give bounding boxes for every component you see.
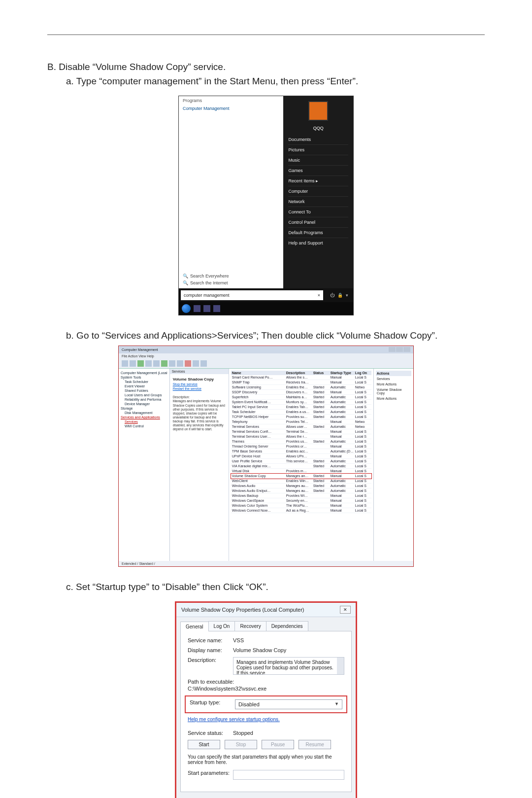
description-box[interactable]: Manages and implements Volume Shadow Cop… bbox=[233, 657, 344, 675]
step-b: b. Go to “Services and Applications>Serv… bbox=[66, 328, 485, 343]
value-path: C:\Windows\system32\vssvc.exe bbox=[188, 686, 344, 692]
actions-item[interactable]: Services bbox=[376, 376, 411, 382]
program-item[interactable]: Computer Management bbox=[183, 105, 279, 112]
table-row[interactable]: TelephonyProvides Tel…ManualNetwo bbox=[231, 419, 371, 424]
startmenu-link[interactable]: Computer bbox=[288, 186, 348, 196]
table-row[interactable]: SuperfetchMaintains a…StartedAutomaticLo… bbox=[231, 395, 371, 400]
table-row[interactable]: Virtual DiskProvides m…ManualLocal S bbox=[231, 469, 371, 474]
table-row[interactable]: Windows BackupProvides Wi…ManualLocal S bbox=[231, 493, 371, 498]
table-row[interactable]: Terminal ServicesAllows user…StartedAuto… bbox=[231, 424, 371, 429]
tree-node[interactable]: Storage bbox=[121, 406, 167, 411]
tree-node[interactable]: Event Viewer bbox=[121, 384, 167, 388]
close-icon[interactable]: ✕ bbox=[340, 606, 351, 614]
stop-button: Stop bbox=[225, 740, 257, 749]
power-icon[interactable]: ⏻ bbox=[330, 293, 334, 298]
start-params-input[interactable] bbox=[233, 770, 344, 780]
services-table-header[interactable]: NameDescription StatusStartup Type Log O… bbox=[231, 371, 371, 375]
startmenu-link[interactable]: Documents bbox=[288, 135, 348, 144]
table-row[interactable]: WebClientEnables Win…StartedAutomaticLoc… bbox=[231, 479, 371, 484]
window-buttons[interactable] bbox=[388, 347, 410, 352]
startup-type-select[interactable]: Disabled bbox=[235, 699, 342, 709]
label-startup-type: Startup type: bbox=[190, 699, 235, 705]
actions-item[interactable]: More Actions bbox=[376, 382, 411, 387]
nav-tree[interactable]: Computer Management (LocalSystem ToolsTa… bbox=[119, 369, 170, 561]
table-row[interactable]: User Profile ServiceThis service…Started… bbox=[231, 459, 371, 464]
tree-node[interactable]: Disk Management bbox=[121, 411, 167, 415]
tree-node[interactable]: Services and Applications bbox=[121, 415, 167, 419]
startmenu-link[interactable]: Help and Support bbox=[288, 238, 348, 248]
table-row[interactable]: ThemesProvides us…StartedAutomaticLocal … bbox=[231, 439, 371, 444]
table-row[interactable]: Windows Color SystemThe WcsPlu…ManualLoc… bbox=[231, 503, 371, 508]
startmenu-link[interactable]: Control Panel bbox=[288, 217, 348, 227]
table-row[interactable]: Windows CardSpaceSecurely en…ManualLocal… bbox=[231, 498, 371, 503]
hint-text: You can specify the start parameters tha… bbox=[188, 754, 344, 765]
table-row[interactable]: Smart Card Removal Po…Allows the s…Manua… bbox=[231, 375, 371, 380]
tree-node[interactable]: Task Scheduler bbox=[121, 380, 167, 384]
start-search-input[interactable]: computer management × bbox=[181, 290, 323, 300]
table-row[interactable]: Windows Connect Now…Act as a Reg…ManualL… bbox=[231, 508, 371, 513]
table-row[interactable]: Tablet PC Input ServiceEnables Tab…Start… bbox=[231, 405, 371, 410]
table-row[interactable]: TPM Base ServicesEnables acc…Automatic (… bbox=[231, 449, 371, 454]
toolbar[interactable] bbox=[119, 359, 413, 369]
tree-node[interactable]: Local Users and Groups bbox=[121, 393, 167, 397]
label-service-status: Service status: bbox=[188, 730, 233, 736]
step-c: c. Set “Startup type” to “Disable” then … bbox=[66, 580, 485, 594]
startmenu-link[interactable]: Connect To bbox=[288, 207, 348, 217]
clear-icon[interactable]: × bbox=[318, 293, 320, 298]
tree-node[interactable]: Device Manager bbox=[121, 402, 167, 406]
service-description: Manages and implements Volume Shadow Cop… bbox=[173, 399, 225, 431]
tree-node[interactable]: WMI Control bbox=[121, 424, 167, 428]
screenshot-start-menu: Programs Computer Management 🔍Search Eve… bbox=[178, 96, 354, 315]
start-orb[interactable] bbox=[182, 304, 191, 313]
table-row[interactable]: VIA Karaoke digital mix…StartedAutomatic… bbox=[231, 464, 371, 469]
start-button[interactable]: Start bbox=[188, 740, 220, 749]
tree-node[interactable]: System Tools bbox=[121, 375, 167, 380]
table-row[interactable]: Terminal Services Confi…Terminal Se…Manu… bbox=[231, 429, 371, 434]
table-row[interactable]: Windows Audio Endpoi…Manages au…StartedA… bbox=[231, 488, 371, 493]
menu-bar[interactable]: File Action View Help bbox=[119, 353, 413, 359]
tab-recovery[interactable]: Recovery bbox=[234, 621, 266, 631]
startmenu-link[interactable]: Pictures bbox=[288, 144, 348, 155]
table-row[interactable]: Terminal Services User…Allows the r…Manu… bbox=[231, 434, 371, 439]
help-link[interactable]: Help me configure service startup option… bbox=[188, 717, 280, 722]
tab-general[interactable]: General bbox=[180, 622, 209, 631]
startmenu-link[interactable]: Recent Items ▸ bbox=[288, 175, 348, 186]
table-row[interactable]: SNMP TrapReceives tra…ManualLocal S bbox=[231, 380, 371, 385]
user-name: QQQ bbox=[288, 126, 348, 131]
table-row[interactable]: Volume Shadow CopyManages an…StartedManu… bbox=[231, 474, 371, 479]
table-row[interactable]: SSDP DiscoveryDiscovers n…StartedManualL… bbox=[231, 390, 371, 395]
restart-service-link[interactable]: Restart the service bbox=[173, 387, 226, 390]
table-row[interactable]: Windows AudioManages au…StartedAutomatic… bbox=[231, 484, 371, 488]
table-row[interactable]: System Event Notificati…Monitors sy…Star… bbox=[231, 400, 371, 405]
tree-node[interactable]: Computer Management (Local bbox=[121, 371, 167, 375]
table-row[interactable]: Thread Ordering ServerProvides or…Manual… bbox=[231, 444, 371, 449]
tree-node[interactable]: Shared Folders bbox=[121, 388, 167, 393]
chevron-down-icon[interactable]: ▾ bbox=[346, 293, 348, 298]
taskbar-icon[interactable] bbox=[213, 305, 220, 312]
value-service-name: VSS bbox=[233, 637, 244, 643]
table-row[interactable]: Software LicensingEnables the…StartedAut… bbox=[231, 385, 371, 390]
startmenu-link[interactable]: Network bbox=[288, 196, 348, 207]
actions-item[interactable]: More Actions bbox=[376, 396, 411, 401]
tree-node[interactable]: Services bbox=[121, 419, 167, 424]
search-everywhere[interactable]: 🔍Search Everywhere bbox=[183, 273, 279, 279]
taskbar-icon[interactable] bbox=[194, 305, 200, 312]
scrollbar[interactable] bbox=[337, 658, 344, 674]
search-internet[interactable]: 🔍Search the Internet bbox=[183, 279, 279, 286]
actions-header: Actions bbox=[376, 371, 411, 376]
stop-service-link[interactable]: Stop the service bbox=[173, 382, 226, 386]
user-avatar[interactable] bbox=[308, 101, 328, 121]
lock-icon[interactable]: 🔒 bbox=[337, 293, 343, 298]
tree-node[interactable]: Reliability and Performa bbox=[121, 397, 167, 402]
startmenu-link[interactable]: Games bbox=[288, 165, 348, 175]
startmenu-link[interactable]: Music bbox=[288, 155, 348, 165]
taskbar-icon[interactable] bbox=[203, 305, 210, 312]
bottom-tabs[interactable]: Extended / Standard / bbox=[119, 561, 413, 566]
table-row[interactable]: TCP/IP NetBIOS HelperProvides su…Started… bbox=[231, 415, 371, 419]
actions-item[interactable]: Volume Shadow Copy bbox=[376, 387, 411, 396]
table-row[interactable]: Task SchedulerEnables a us…StartedAutoma… bbox=[231, 410, 371, 415]
table-row[interactable]: UPnP Device HostAllows UPn…ManualLocal S bbox=[231, 454, 371, 459]
tab-logon[interactable]: Log On bbox=[208, 621, 235, 631]
tab-dependencies[interactable]: Dependencies bbox=[266, 621, 308, 631]
startmenu-link[interactable]: Default Programs bbox=[288, 227, 348, 238]
